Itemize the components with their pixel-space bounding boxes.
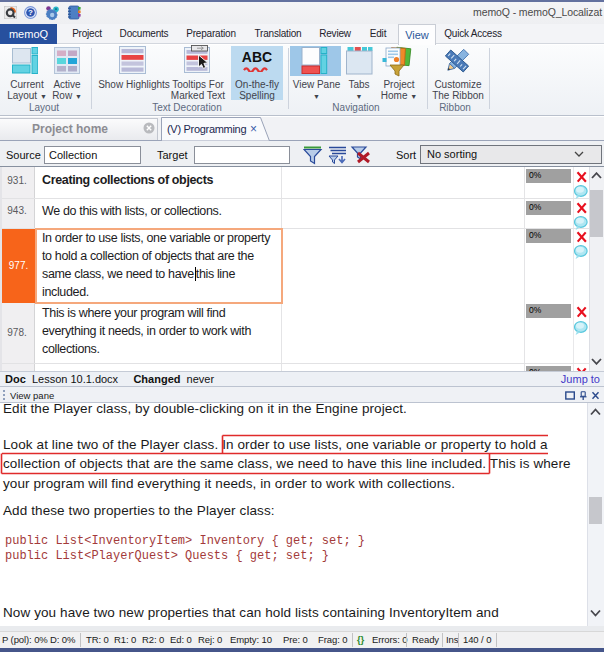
svg-text:?: ? <box>28 8 33 17</box>
